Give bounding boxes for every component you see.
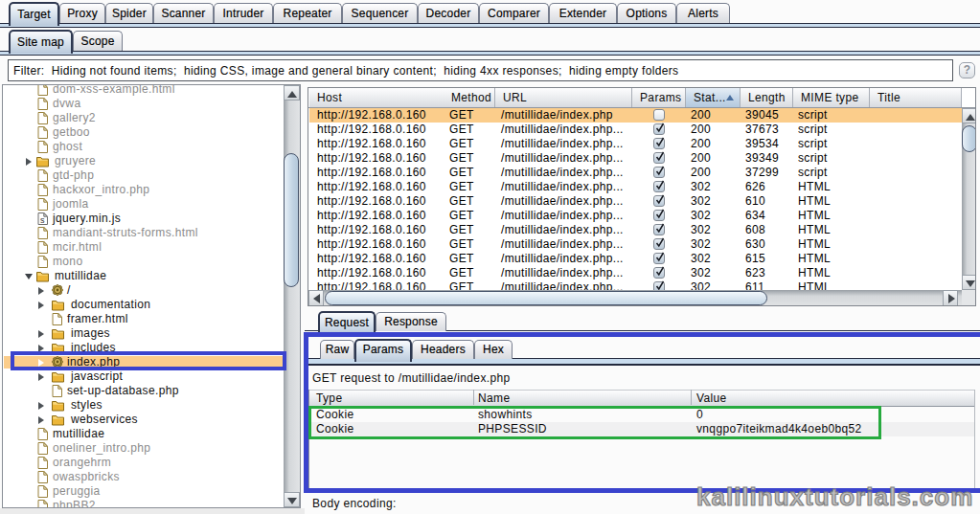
svg-text:s: s <box>40 215 45 225</box>
